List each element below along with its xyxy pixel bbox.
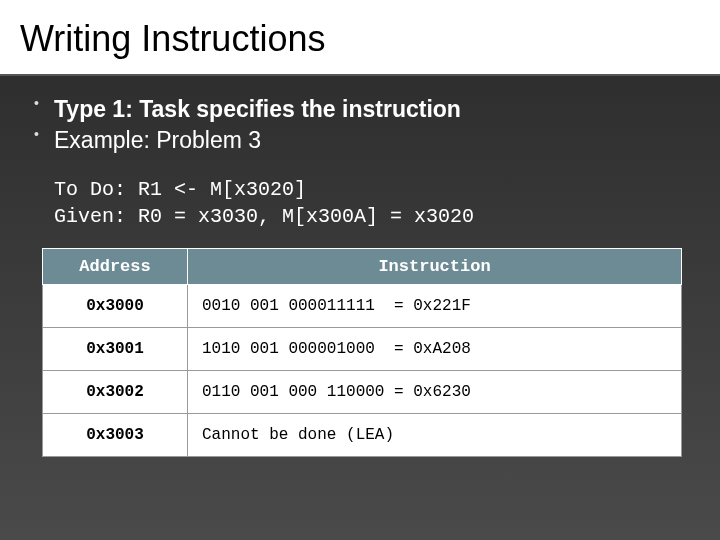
bullet-item: Example: Problem 3 xyxy=(30,125,690,156)
bullet-text: Type 1: Task specifies the instruction xyxy=(54,96,461,122)
col-header-instruction: Instruction xyxy=(188,249,682,285)
table-row: 0x3003 Cannot be done (LEA) xyxy=(43,414,682,457)
col-header-address: Address xyxy=(43,249,188,285)
table-row: 0x3000 0010 001 000011111 = 0x221F xyxy=(43,285,682,328)
cell-address: 0x3000 xyxy=(43,285,188,328)
slide-content: Type 1: Task specifies the instruction E… xyxy=(0,76,720,477)
table-header-row: Address Instruction xyxy=(43,249,682,285)
title-bar: Writing Instructions xyxy=(0,0,720,76)
slide-title: Writing Instructions xyxy=(20,18,700,60)
cell-address: 0x3002 xyxy=(43,371,188,414)
cell-instruction: 1010 001 000001000 = 0xA208 xyxy=(188,328,682,371)
bullet-item: Type 1: Task specifies the instruction xyxy=(30,94,690,125)
instruction-table: Address Instruction 0x3000 0010 001 0000… xyxy=(42,248,682,457)
cell-instruction: 0110 001 000 110000 = 0x6230 xyxy=(188,371,682,414)
code-block: To Do: R1 <- M[x3020] Given: R0 = x3030,… xyxy=(54,176,690,230)
cell-instruction: 0010 001 000011111 = 0x221F xyxy=(188,285,682,328)
cell-address: 0x3001 xyxy=(43,328,188,371)
table-row: 0x3001 1010 001 000001000 = 0xA208 xyxy=(43,328,682,371)
cell-instruction: Cannot be done (LEA) xyxy=(188,414,682,457)
cell-address: 0x3003 xyxy=(43,414,188,457)
bullet-list: Type 1: Task specifies the instruction E… xyxy=(30,94,690,156)
table-row: 0x3002 0110 001 000 110000 = 0x6230 xyxy=(43,371,682,414)
